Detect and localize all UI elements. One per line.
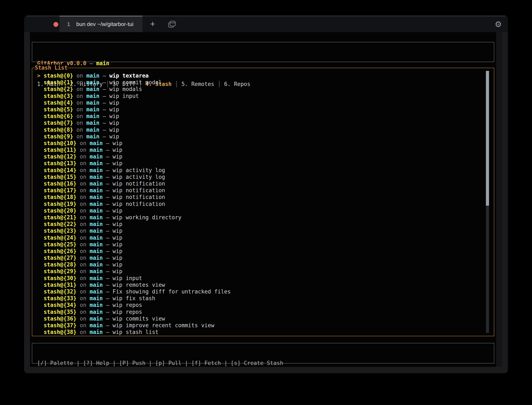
- stash-dash: –: [99, 86, 109, 92]
- stash-row[interactable]: stash@{35} on main–wip repos: [37, 309, 494, 315]
- caret-spacer: [37, 181, 44, 187]
- new-tab-button[interactable]: +: [149, 16, 156, 33]
- tabs-overview-button[interactable]: [168, 20, 176, 28]
- stash-row[interactable]: stash@{3} on main–wip input: [37, 93, 494, 99]
- stash-ref: stash@{3}: [44, 93, 73, 99]
- stash-row[interactable]: stash@{11} on main–wip: [37, 147, 494, 153]
- stash-row[interactable]: stash@{23} on main–wip: [37, 227, 494, 234]
- stash-row[interactable]: stash@{12} on main–wip: [37, 153, 494, 160]
- stash-message: wip modals: [109, 86, 142, 92]
- stash-row[interactable]: stash@{36} on main–wip commits view: [37, 315, 494, 322]
- stash-row[interactable]: stash@{10} on main–wip: [37, 140, 494, 147]
- stash-branch: main: [89, 147, 103, 153]
- stash-dash: –: [103, 248, 113, 254]
- stash-row[interactable]: stash@{31} on main–wip remotes view: [37, 282, 494, 288]
- stash-row[interactable]: stash@{18} on main–wip notification: [37, 194, 494, 200]
- app-title-line: GitArbor v0.0.0–main: [37, 60, 494, 67]
- close-button[interactable]: [54, 22, 58, 27]
- stash-row[interactable]: stash@{21} on main–wip working directory: [37, 214, 494, 221]
- stash-row[interactable]: stash@{17} on main–wip notification: [37, 187, 494, 194]
- stash-branch: main: [89, 268, 103, 274]
- stash-branch: main: [89, 235, 103, 241]
- caret-spacer: [37, 235, 44, 241]
- stash-branch: main: [89, 208, 103, 214]
- stash-branch: main: [89, 241, 103, 248]
- stash-row[interactable]: stash@{30} on main–wip input: [37, 275, 494, 282]
- title-dash: –: [86, 60, 96, 67]
- on-label: on: [76, 147, 90, 153]
- stash-row[interactable]: stash@{5} on main–wip: [37, 106, 494, 113]
- terminal-tab[interactable]: 1 bun dev ~/w/gitarbor-tui: [60, 16, 142, 33]
- stash-message: wip: [109, 100, 119, 106]
- stash-row[interactable]: stash@{7} on main–wip: [37, 120, 494, 126]
- on-label: on: [76, 255, 90, 261]
- settings-gear-icon[interactable]: ⚙: [494, 16, 502, 33]
- stash-ref: stash@{1}: [44, 79, 73, 86]
- stash-ref: stash@{4}: [44, 100, 73, 106]
- stash-branch: main: [89, 302, 103, 308]
- caret-spacer: [37, 322, 44, 329]
- stash-row[interactable]: stash@{8} on main–wip: [37, 126, 494, 133]
- stash-message: wip activity log: [113, 167, 165, 173]
- tab-index: 1: [67, 16, 70, 33]
- on-label: on: [76, 140, 90, 146]
- stash-row[interactable]: stash@{24} on main–wip: [37, 234, 494, 241]
- stash-message: wip activity log: [113, 174, 165, 180]
- stash-row[interactable]: stash@{27} on main–wip: [37, 255, 494, 261]
- stash-row[interactable]: stash@{13} on main–wip: [37, 160, 494, 167]
- stash-row[interactable]: stash@{15} on main–wip activity log: [37, 174, 494, 180]
- stash-row[interactable]: stash@{16} on main–wip notification: [37, 180, 494, 187]
- stash-ref: stash@{14}: [44, 167, 76, 173]
- stash-ref: stash@{0}: [44, 73, 73, 79]
- stash-branch: main: [86, 120, 100, 126]
- stash-dash: –: [103, 329, 113, 335]
- stash-list: > stash@{0} on main–wip textarea stash@{…: [32, 68, 494, 336]
- stash-branch: main: [86, 86, 100, 92]
- stash-branch: main: [86, 93, 100, 99]
- stash-ref: stash@{10}: [44, 140, 76, 146]
- caret-spacer: [37, 275, 44, 281]
- stash-row[interactable]: > stash@{0} on main–wip textarea: [37, 72, 494, 79]
- stash-row[interactable]: stash@{22} on main–wip: [37, 221, 494, 227]
- stash-row[interactable]: stash@{38} on main–wip stash list: [37, 329, 494, 335]
- caret-spacer: [37, 100, 44, 106]
- stash-row[interactable]: stash@{6} on main–wip: [37, 113, 494, 120]
- stash-row[interactable]: stash@{29} on main–wip: [37, 268, 494, 275]
- caret-spacer: [37, 79, 44, 86]
- stash-row[interactable]: stash@{19} on main–wip notification: [37, 201, 494, 207]
- stash-dash: –: [103, 322, 113, 329]
- stash-row[interactable]: stash@{37} on main–wip improve recent co…: [37, 322, 494, 329]
- stash-row[interactable]: stash@{2} on main–wip modals: [37, 86, 494, 92]
- stash-row[interactable]: stash@{26} on main–wip: [37, 248, 494, 255]
- stash-message: wip commits view: [113, 316, 165, 322]
- stash-row[interactable]: stash@{33} on main–wip fix stash: [37, 295, 494, 302]
- stash-row[interactable]: stash@{9} on main–wip: [37, 133, 494, 140]
- stash-ref: stash@{16}: [44, 181, 76, 187]
- stash-dash: –: [103, 309, 113, 315]
- stash-row[interactable]: stash@{14} on main–wip activity log: [37, 167, 494, 174]
- stash-branch: main: [89, 289, 103, 295]
- stash-message: wip: [113, 154, 122, 160]
- stash-dash: –: [103, 228, 113, 234]
- on-label: on: [76, 302, 90, 308]
- stash-row[interactable]: stash@{34} on main–wip repos: [37, 302, 494, 308]
- caret-spacer: [37, 120, 44, 126]
- scrollbar-thumb[interactable]: [486, 71, 489, 206]
- stash-ref: stash@{7}: [44, 120, 73, 126]
- stash-branch: main: [89, 322, 103, 329]
- caret-spacer: [37, 208, 44, 214]
- stash-row[interactable]: stash@{20} on main–wip: [37, 207, 494, 214]
- stash-ref: stash@{17}: [44, 187, 76, 194]
- stash-branch: main: [89, 167, 103, 173]
- stash-row[interactable]: stash@{1} on main–wip commit modal: [37, 79, 494, 86]
- stash-row[interactable]: stash@{32} on main–Fix showing diff for …: [37, 288, 494, 295]
- stash-row[interactable]: stash@{25} on main–wip: [37, 241, 494, 248]
- stash-row[interactable]: stash@{28} on main–wip: [37, 261, 494, 268]
- stash-dash: –: [99, 106, 109, 113]
- stash-ref: stash@{28}: [44, 261, 76, 268]
- stash-row[interactable]: stash@{4} on main–wip: [37, 99, 494, 106]
- stash-branch: main: [86, 113, 100, 119]
- caret-spacer: [37, 174, 44, 180]
- caret-spacer: [37, 147, 44, 153]
- scrollbar[interactable]: [486, 71, 489, 333]
